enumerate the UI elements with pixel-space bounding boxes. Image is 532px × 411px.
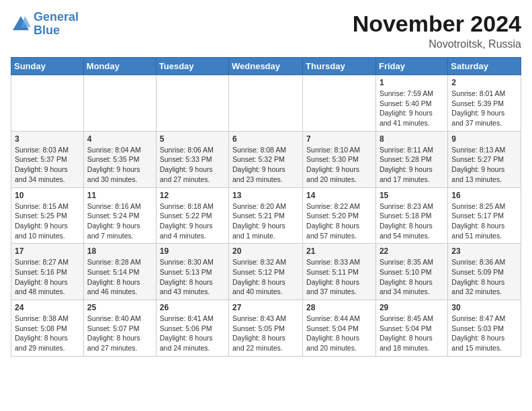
calendar-cell: 7Sunrise: 8:10 AM Sunset: 5:30 PM Daylig… <box>303 131 376 187</box>
day-number: 21 <box>306 246 372 256</box>
day-info: Sunrise: 8:04 AM Sunset: 5:35 PM Dayligh… <box>87 145 152 185</box>
calendar-cell: 25Sunrise: 8:40 AM Sunset: 5:07 PM Dayli… <box>83 300 156 357</box>
day-info: Sunrise: 8:47 AM Sunset: 5:03 PM Dayligh… <box>451 314 517 353</box>
day-info: Sunrise: 8:25 AM Sunset: 5:17 PM Dayligh… <box>451 201 517 241</box>
day-number: 24 <box>15 303 80 312</box>
calendar-cell: 13Sunrise: 8:20 AM Sunset: 5:21 PM Dayli… <box>229 187 303 244</box>
day-info: Sunrise: 7:59 AM Sunset: 5:40 PM Dayligh… <box>380 89 444 128</box>
logo-text: General Blue <box>34 11 79 38</box>
day-number: 11 <box>87 191 152 200</box>
calendar-cell: 11Sunrise: 8:16 AM Sunset: 5:24 PM Dayli… <box>83 187 156 244</box>
day-number: 30 <box>451 303 517 312</box>
day-number: 18 <box>87 246 152 256</box>
calendar-cell: 6Sunrise: 8:08 AM Sunset: 5:32 PM Daylig… <box>229 131 303 187</box>
calendar-cell: 19Sunrise: 8:30 AM Sunset: 5:13 PM Dayli… <box>156 244 228 300</box>
calendar-week-row: 1Sunrise: 7:59 AM Sunset: 5:40 PM Daylig… <box>11 75 521 132</box>
day-info: Sunrise: 8:36 AM Sunset: 5:09 PM Dayligh… <box>451 257 517 297</box>
day-number: 13 <box>232 191 299 200</box>
day-number: 14 <box>306 191 372 200</box>
day-number: 6 <box>232 134 299 144</box>
day-info: Sunrise: 8:15 AM Sunset: 5:25 PM Dayligh… <box>15 201 80 241</box>
logo-line1: General <box>34 10 79 24</box>
weekday-header: Friday <box>375 58 447 75</box>
day-number: 3 <box>15 134 80 144</box>
calendar-cell: 23Sunrise: 8:36 AM Sunset: 5:09 PM Dayli… <box>448 244 521 300</box>
day-info: Sunrise: 8:11 AM Sunset: 5:28 PM Dayligh… <box>380 145 444 185</box>
day-info: Sunrise: 8:13 AM Sunset: 5:27 PM Dayligh… <box>451 145 517 185</box>
weekday-header: Monday <box>83 58 156 75</box>
page-header: General Blue November 2024 Novotroitsk, … <box>11 11 521 50</box>
calendar-cell: 12Sunrise: 8:18 AM Sunset: 5:22 PM Dayli… <box>156 187 228 244</box>
calendar-cell: 17Sunrise: 8:27 AM Sunset: 5:16 PM Dayli… <box>11 244 84 300</box>
calendar-cell: 24Sunrise: 8:38 AM Sunset: 5:08 PM Dayli… <box>11 300 84 357</box>
calendar-cell: 1Sunrise: 7:59 AM Sunset: 5:40 PM Daylig… <box>375 75 447 132</box>
day-info: Sunrise: 8:22 AM Sunset: 5:20 PM Dayligh… <box>306 201 372 241</box>
day-info: Sunrise: 8:45 AM Sunset: 5:04 PM Dayligh… <box>380 314 444 353</box>
day-info: Sunrise: 8:16 AM Sunset: 5:24 PM Dayligh… <box>87 201 152 241</box>
day-info: Sunrise: 8:38 AM Sunset: 5:08 PM Dayligh… <box>15 314 80 353</box>
day-info: Sunrise: 8:41 AM Sunset: 5:06 PM Dayligh… <box>160 314 225 353</box>
weekday-header: Thursday <box>303 58 376 75</box>
location-title: Novotroitsk, Russia <box>353 38 521 50</box>
day-info: Sunrise: 8:06 AM Sunset: 5:33 PM Dayligh… <box>160 145 225 185</box>
day-info: Sunrise: 8:30 AM Sunset: 5:13 PM Dayligh… <box>160 257 225 297</box>
calendar-week-row: 24Sunrise: 8:38 AM Sunset: 5:08 PM Dayli… <box>11 300 521 357</box>
day-number: 22 <box>380 246 444 256</box>
day-number: 26 <box>160 303 225 312</box>
day-number: 7 <box>306 134 372 144</box>
calendar-cell: 16Sunrise: 8:25 AM Sunset: 5:17 PM Dayli… <box>448 187 521 244</box>
calendar-cell: 9Sunrise: 8:13 AM Sunset: 5:27 PM Daylig… <box>448 131 521 187</box>
calendar-week-row: 17Sunrise: 8:27 AM Sunset: 5:16 PM Dayli… <box>11 244 521 300</box>
logo-icon <box>11 14 31 34</box>
day-number: 1 <box>380 78 444 87</box>
calendar-cell: 29Sunrise: 8:45 AM Sunset: 5:04 PM Dayli… <box>375 300 447 357</box>
day-info: Sunrise: 8:27 AM Sunset: 5:16 PM Dayligh… <box>15 257 80 297</box>
calendar-cell: 26Sunrise: 8:41 AM Sunset: 5:06 PM Dayli… <box>156 300 228 357</box>
calendar-week-row: 3Sunrise: 8:03 AM Sunset: 5:37 PM Daylig… <box>11 131 521 187</box>
calendar-cell: 2Sunrise: 8:01 AM Sunset: 5:39 PM Daylig… <box>448 75 521 132</box>
weekday-row: SundayMondayTuesdayWednesdayThursdayFrid… <box>11 58 521 75</box>
calendar-cell: 8Sunrise: 8:11 AM Sunset: 5:28 PM Daylig… <box>375 131 447 187</box>
day-info: Sunrise: 8:33 AM Sunset: 5:11 PM Dayligh… <box>306 257 372 297</box>
day-number: 25 <box>87 303 152 312</box>
day-info: Sunrise: 8:23 AM Sunset: 5:18 PM Dayligh… <box>380 201 444 241</box>
day-number: 23 <box>451 246 517 256</box>
day-info: Sunrise: 8:44 AM Sunset: 5:04 PM Dayligh… <box>306 314 372 353</box>
day-number: 17 <box>15 246 80 256</box>
logo: General Blue <box>11 11 79 38</box>
calendar-cell: 28Sunrise: 8:44 AM Sunset: 5:04 PM Dayli… <box>303 300 376 357</box>
calendar-cell: 20Sunrise: 8:32 AM Sunset: 5:12 PM Dayli… <box>229 244 303 300</box>
day-number: 9 <box>451 134 517 144</box>
calendar-cell: 3Sunrise: 8:03 AM Sunset: 5:37 PM Daylig… <box>11 131 84 187</box>
day-number: 19 <box>160 246 225 256</box>
calendar-cell: 21Sunrise: 8:33 AM Sunset: 5:11 PM Dayli… <box>303 244 376 300</box>
calendar-cell: 5Sunrise: 8:06 AM Sunset: 5:33 PM Daylig… <box>156 131 228 187</box>
calendar-header: SundayMondayTuesdayWednesdayThursdayFrid… <box>11 58 521 75</box>
day-number: 5 <box>160 134 225 144</box>
month-title: November 2024 <box>353 11 521 37</box>
day-number: 27 <box>232 303 299 312</box>
calendar-cell <box>11 75 84 132</box>
calendar-cell: 4Sunrise: 8:04 AM Sunset: 5:35 PM Daylig… <box>83 131 156 187</box>
day-info: Sunrise: 8:40 AM Sunset: 5:07 PM Dayligh… <box>87 314 152 353</box>
logo-line2: Blue <box>34 24 60 37</box>
day-info: Sunrise: 8:43 AM Sunset: 5:05 PM Dayligh… <box>232 314 299 353</box>
calendar-cell: 27Sunrise: 8:43 AM Sunset: 5:05 PM Dayli… <box>229 300 303 357</box>
day-number: 28 <box>306 303 372 312</box>
calendar-cell <box>229 75 303 132</box>
calendar-cell: 18Sunrise: 8:28 AM Sunset: 5:14 PM Dayli… <box>83 244 156 300</box>
calendar-cell: 15Sunrise: 8:23 AM Sunset: 5:18 PM Dayli… <box>375 187 447 244</box>
weekday-header: Wednesday <box>229 58 303 75</box>
day-info: Sunrise: 8:32 AM Sunset: 5:12 PM Dayligh… <box>232 257 299 297</box>
day-number: 2 <box>451 78 517 87</box>
weekday-header: Sunday <box>11 58 84 75</box>
weekday-header: Saturday <box>448 58 521 75</box>
calendar-cell: 14Sunrise: 8:22 AM Sunset: 5:20 PM Dayli… <box>303 187 376 244</box>
calendar-body: 1Sunrise: 7:59 AM Sunset: 5:40 PM Daylig… <box>11 75 521 357</box>
title-block: November 2024 Novotroitsk, Russia <box>353 11 521 50</box>
day-info: Sunrise: 8:01 AM Sunset: 5:39 PM Dayligh… <box>451 89 517 128</box>
day-info: Sunrise: 8:18 AM Sunset: 5:22 PM Dayligh… <box>160 201 225 241</box>
day-number: 20 <box>232 246 299 256</box>
day-number: 12 <box>160 191 225 200</box>
day-info: Sunrise: 8:35 AM Sunset: 5:10 PM Dayligh… <box>380 257 444 297</box>
